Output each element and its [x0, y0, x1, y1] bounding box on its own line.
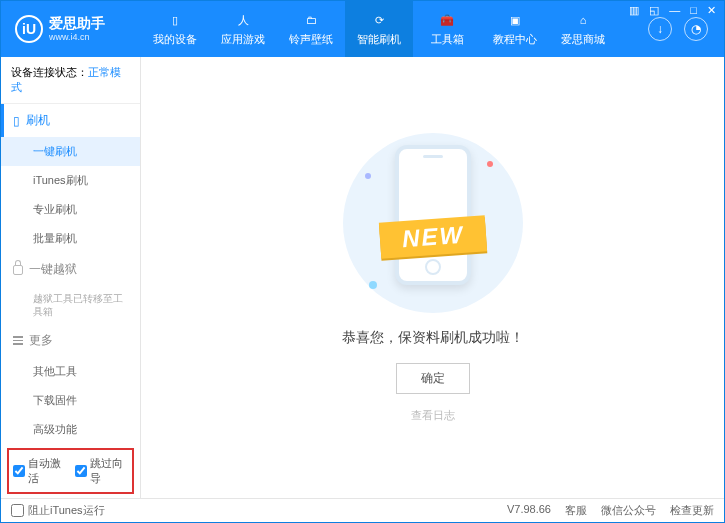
checkbox-block-itunes[interactable]: 阻止iTunes运行 [11, 503, 105, 518]
folder-icon: 🗀 [302, 11, 320, 29]
app-url: www.i4.cn [49, 32, 105, 42]
sidebar-header-jailbreak: 一键越狱 [1, 253, 140, 286]
success-illustration: NEW [343, 133, 523, 313]
device-icon: ▯ [166, 11, 184, 29]
close-button[interactable]: ✕ [705, 4, 718, 17]
sidebar-item-other-tools[interactable]: 其他工具 [1, 357, 140, 386]
nav-smart-flash[interactable]: ⟳智能刷机 [345, 1, 413, 57]
sidebar: 设备连接状态：正常模式 ▯ 刷机 一键刷机 iTunes刷机 专业刷机 批量刷机… [1, 57, 141, 498]
menu-button[interactable]: ▥ [627, 4, 641, 17]
version-label: V7.98.66 [507, 503, 551, 518]
nav-store[interactable]: ⌂爱思商城 [549, 1, 617, 57]
sidebar-item-batch-flash[interactable]: 批量刷机 [1, 224, 140, 253]
nav-ringtones[interactable]: 🗀铃声壁纸 [277, 1, 345, 57]
logo-area: iU 爱思助手 www.i4.cn [1, 15, 141, 43]
check-update-link[interactable]: 检查更新 [670, 503, 714, 518]
download-button[interactable]: ↓ [648, 17, 672, 41]
phone-icon [395, 145, 471, 285]
titlebar: iU 爱思助手 www.i4.cn ▯我的设备 人应用游戏 🗀铃声壁纸 ⟳智能刷… [1, 1, 724, 57]
user-button[interactable]: ◔ [684, 17, 708, 41]
store-icon: ⌂ [574, 11, 592, 29]
connection-status: 设备连接状态：正常模式 [1, 57, 140, 104]
nav-toolbox[interactable]: 🧰工具箱 [413, 1, 481, 57]
main-content: NEW 恭喜您，保资料刷机成功啦！ 确定 查看日志 [141, 57, 724, 498]
sidebar-header-flash[interactable]: ▯ 刷机 [1, 104, 140, 137]
view-log-link[interactable]: 查看日志 [411, 408, 455, 423]
sidebar-item-oneclick-flash[interactable]: 一键刷机 [1, 137, 140, 166]
app-name: 爱思助手 [49, 16, 105, 31]
maximize-button[interactable]: □ [688, 4, 699, 17]
wechat-link[interactable]: 微信公众号 [601, 503, 656, 518]
jailbreak-note: 越狱工具已转移至工具箱 [1, 286, 140, 324]
checkbox-auto-activate[interactable]: 自动激活 [13, 456, 67, 486]
refresh-icon: ⟳ [370, 11, 388, 29]
customer-service-link[interactable]: 客服 [565, 503, 587, 518]
sidebar-header-more[interactable]: 更多 [1, 324, 140, 357]
nav-my-device[interactable]: ▯我的设备 [141, 1, 209, 57]
nav-apps-games[interactable]: 人应用游戏 [209, 1, 277, 57]
window-controls: ▥ ◱ — □ ✕ [627, 4, 718, 17]
tutorial-icon: ▣ [506, 11, 524, 29]
footer: 阻止iTunes运行 V7.98.66 客服 微信公众号 检查更新 [1, 498, 724, 522]
lock-icon [13, 265, 23, 275]
main-nav: ▯我的设备 人应用游戏 🗀铃声壁纸 ⟳智能刷机 🧰工具箱 ▣教程中心 ⌂爱思商城 [141, 1, 648, 57]
confirm-button[interactable]: 确定 [396, 363, 470, 394]
skin-button[interactable]: ◱ [647, 4, 661, 17]
success-message: 恭喜您，保资料刷机成功啦！ [342, 329, 524, 347]
new-banner: NEW [378, 215, 486, 258]
sidebar-item-advanced[interactable]: 高级功能 [1, 415, 140, 444]
options-highlight: 自动激活 跳过向导 [7, 448, 134, 494]
logo-icon: iU [15, 15, 43, 43]
checkbox-skip-guide[interactable]: 跳过向导 [75, 456, 129, 486]
minimize-button[interactable]: — [667, 4, 682, 17]
apps-icon: 人 [234, 11, 252, 29]
nav-tutorials[interactable]: ▣教程中心 [481, 1, 549, 57]
sidebar-item-itunes-flash[interactable]: iTunes刷机 [1, 166, 140, 195]
toolbox-icon: 🧰 [438, 11, 456, 29]
sidebar-item-download-firmware[interactable]: 下载固件 [1, 386, 140, 415]
hamburger-icon [13, 336, 23, 345]
sidebar-item-pro-flash[interactable]: 专业刷机 [1, 195, 140, 224]
